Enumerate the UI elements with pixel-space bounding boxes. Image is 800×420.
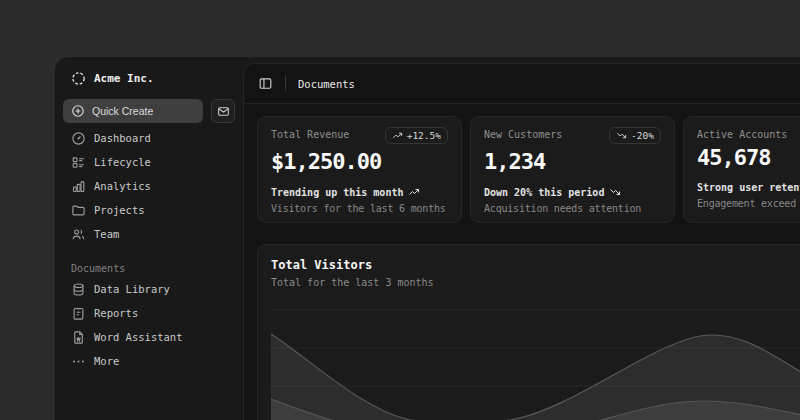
app-frame: Acme Inc. Quick Create [55, 57, 800, 420]
badge-value: +12.5% [407, 130, 441, 141]
sidebar-item-label: Word Assistant [94, 331, 183, 343]
dashboard-icon [71, 131, 86, 146]
stat-value: 45,678 [697, 145, 800, 170]
total-visitors-chart-card: Total Visitors Total for the last 3 mont… [257, 244, 800, 420]
brand-logo-icon [71, 71, 86, 86]
trend-badge: +12.5% [385, 127, 448, 144]
stat-label: Total Revenue [271, 127, 349, 140]
main-header: Documents [244, 64, 800, 104]
sidebar-item-label: Dashboard [94, 132, 151, 144]
screen: Acme Inc. Quick Create [0, 0, 800, 420]
trending-up-icon [392, 130, 403, 141]
report-icon [71, 306, 86, 321]
sidebar-item-analytics[interactable]: Analytics [63, 174, 235, 198]
trending-down-icon [609, 186, 621, 198]
sidebar-item-label: Data Library [94, 283, 170, 295]
users-icon [71, 227, 86, 242]
chart-subtitle: Total for the last 3 months [271, 277, 800, 288]
stat-footer-secondary: Acquisition needs attention [484, 203, 661, 214]
stat-footer-primary: Down 20% this period [484, 187, 604, 198]
sidebar-item-label: More [94, 355, 119, 367]
sidebar-item-reports[interactable]: Reports [63, 301, 235, 325]
stat-footer-primary: Trending up this month [271, 187, 403, 198]
brand[interactable]: Acme Inc. [63, 66, 235, 90]
stat-cards-row: Total Revenue +12.5% $1,250.00 Tr [244, 104, 800, 235]
main-panel: Documents Total Revenue +12.5% [243, 63, 800, 420]
quick-create-row: Quick Create [63, 99, 235, 123]
stat-label: Active Accounts [697, 127, 787, 140]
sidebar-item-label: Projects [94, 204, 145, 216]
sidebar-item-word-assistant[interactable]: Word Assistant [63, 325, 235, 349]
badge-value: -20% [631, 130, 654, 141]
stat-card-new-customers: New Customers -20% 1,234 Down 20% [470, 116, 675, 223]
quick-create-button[interactable]: Quick Create [63, 99, 203, 123]
header-divider [285, 76, 286, 91]
sidebar-item-projects[interactable]: Projects [63, 198, 235, 222]
trending-down-icon [616, 130, 627, 141]
sidebar-nav: Dashboard Lifecycle [63, 126, 235, 246]
sidebar-item-label: Team [94, 228, 119, 240]
sidebar-item-data-library[interactable]: Data Library [63, 277, 235, 301]
chart-title: Total Visitors [271, 258, 800, 272]
stat-value: $1,250.00 [271, 149, 448, 174]
stat-footer-secondary: Visitors for the last 6 months [271, 203, 448, 214]
mail-icon [217, 105, 230, 118]
sidebar-toggle-button[interactable] [258, 76, 273, 91]
chart-bar-icon [71, 179, 86, 194]
stat-value: 1,234 [484, 149, 661, 174]
sidebar-documents-nav: Data Library Reports [63, 277, 235, 373]
quick-create-label: Quick Create [92, 105, 153, 117]
circle-plus-icon [71, 104, 85, 118]
sidebar-item-label: Analytics [94, 180, 151, 192]
sidebar-item-lifecycle[interactable]: Lifecycle [63, 150, 235, 174]
brand-label: Acme Inc. [94, 72, 154, 85]
file-word-icon [71, 330, 86, 345]
sidebar-item-dashboard[interactable]: Dashboard [63, 126, 235, 150]
inbox-button[interactable] [211, 99, 235, 123]
sidebar-item-label: Lifecycle [94, 156, 151, 168]
folder-icon [71, 203, 86, 218]
area-chart[interactable] [271, 302, 800, 420]
sidebar-item-label: Reports [94, 307, 138, 319]
trend-badge: -20% [609, 127, 661, 144]
stat-card-total-revenue: Total Revenue +12.5% $1,250.00 Tr [257, 116, 462, 223]
stat-card-active-accounts: Active Accounts 45,678 Strong user reten… [683, 116, 800, 223]
trending-up-icon [408, 186, 420, 198]
panel-left-icon [258, 76, 273, 91]
database-icon [71, 282, 86, 297]
sidebar: Acme Inc. Quick Create [55, 57, 243, 420]
sidebar-item-more[interactable]: More [63, 349, 235, 373]
stat-label: New Customers [484, 127, 562, 140]
sidebar-item-team[interactable]: Team [63, 222, 235, 246]
page-title: Documents [298, 78, 355, 90]
list-details-icon [71, 155, 86, 170]
dots-icon [71, 354, 86, 369]
stat-footer-secondary: Engagement exceed targets [697, 198, 800, 209]
stat-footer-primary: Strong user retention [697, 182, 800, 193]
